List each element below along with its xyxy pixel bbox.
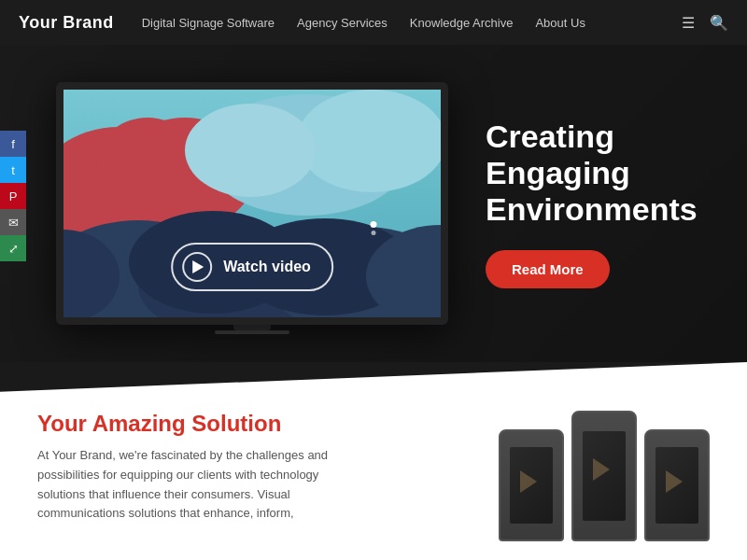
kiosk-display [499, 401, 710, 541]
monitor-container: Watch video [56, 82, 448, 334]
kiosk-left-screen [510, 447, 553, 523]
play-triangle-icon [192, 260, 204, 273]
nav-digital-signage[interactable]: Digital Signage Software [142, 16, 275, 30]
watch-video-button[interactable]: Watch video [171, 243, 333, 291]
lower-text-block: Your Amazing Solution At Your Brand, we'… [37, 401, 480, 524]
share-social-btn[interactable]: ⤢ [0, 235, 26, 261]
play-icon [182, 252, 212, 282]
kiosk-center-screen [583, 431, 626, 520]
nav-icons: ☰ 🔍 [682, 14, 728, 32]
svg-point-5 [297, 90, 441, 192]
kiosk-right [644, 429, 710, 541]
monitor-base [215, 330, 289, 334]
lower-heading: Your Amazing Solution [37, 411, 480, 437]
lower-content: Your Amazing Solution At Your Brand, we'… [0, 373, 747, 551]
nav-knowledge[interactable]: Knowledge Archive [410, 16, 514, 30]
email-social-btn[interactable]: ✉ [0, 209, 26, 235]
watch-video-label: Watch video [223, 259, 311, 275]
nav-about[interactable]: About Us [535, 16, 585, 30]
kiosk-left [499, 429, 564, 541]
twitter-social-btn[interactable]: t [0, 157, 26, 183]
kiosk-center [571, 411, 637, 541]
facebook-social-btn[interactable]: f [0, 131, 26, 157]
svg-point-6 [185, 104, 316, 197]
lower-body-text: At Your Brand, we're fascinated by the c… [37, 446, 345, 524]
brand-logo[interactable]: Your Brand [19, 13, 114, 33]
pinterest-social-btn[interactable]: P [0, 183, 26, 209]
navbar: Your Brand Digital Signage Software Agen… [0, 0, 747, 45]
hamburger-icon[interactable]: ☰ [682, 14, 695, 32]
svg-point-3 [96, 118, 199, 211]
lower-section: Your Amazing Solution At Your Brand, we'… [0, 362, 747, 560]
hero-section: Watch video Creating Engaging Environmen… [0, 45, 747, 362]
monitor-display: Watch video [56, 82, 448, 325]
search-icon[interactable]: 🔍 [710, 14, 728, 32]
hero-heading-line1: Creating Engaging [486, 119, 630, 190]
scroll-dot-top [371, 221, 377, 228]
social-sidebar: f t P ✉ ⤢ [0, 131, 26, 261]
hero-heading: Creating Engaging Environments [486, 119, 700, 228]
hero-heading-line2: Environments [486, 191, 698, 227]
hero-text-block: Creating Engaging Environments Read More [486, 119, 747, 288]
read-more-button[interactable]: Read More [486, 250, 610, 288]
scroll-indicator [371, 221, 377, 235]
nav-links: Digital Signage Software Agency Services… [142, 16, 682, 30]
kiosk-right-screen [655, 447, 698, 523]
nav-agency[interactable]: Agency Services [297, 16, 388, 30]
scroll-dot-bottom [372, 231, 376, 235]
